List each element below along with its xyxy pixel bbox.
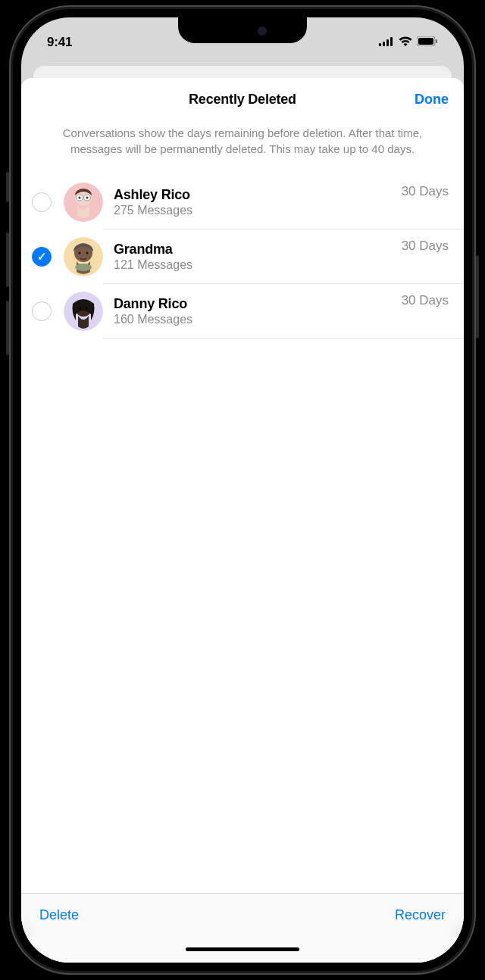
home-indicator-area [21,937,464,963]
memoji-icon [64,183,103,222]
conversation-list: Ashley Rico 275 Messages 30 Days ✓ Grand… [21,175,464,893]
page-title: Recently Deleted [189,92,296,108]
svg-point-20 [80,307,82,310]
info-text: Conversations show the days remaining be… [21,120,464,175]
contact-name: Ashley Rico [114,187,402,203]
days-remaining: 30 Days [402,292,449,308]
status-time: 9:41 [47,35,72,50]
cellular-icon [379,36,394,49]
row-text: Ashley Rico 275 Messages [114,187,402,217]
home-indicator[interactable] [186,947,299,951]
svg-rect-0 [379,43,381,46]
row-text: Danny Rico 160 Messages [114,296,402,326]
svg-rect-5 [418,38,433,45]
avatar [64,237,103,276]
done-button[interactable]: Done [415,92,449,108]
svg-rect-6 [436,39,437,43]
phone-frame: 9:41 Recently Deleted Done Conversations… [9,5,476,975]
notch [178,17,307,43]
sheet: Recently Deleted Done Conversations show… [21,78,464,963]
power-button [476,255,479,339]
status-icons [379,36,438,49]
list-item[interactable]: ✓ Grandma 121 Messages 30 Days [21,229,464,284]
silent-switch [6,172,9,202]
svg-point-16 [86,251,88,254]
select-circle[interactable]: ✓ [32,247,52,267]
memoji-icon [64,292,103,331]
recover-button[interactable]: Recover [395,907,446,923]
svg-rect-3 [390,37,393,46]
message-count: 160 Messages [114,313,402,326]
toolbar: Delete Recover [21,893,464,937]
contact-name: Grandma [114,242,402,257]
wifi-icon [399,36,412,49]
days-remaining: 30 Days [402,183,449,199]
front-camera [258,27,267,36]
message-count: 121 Messages [114,258,402,272]
svg-point-11 [79,197,81,199]
svg-rect-1 [383,42,385,46]
checkmark-icon: ✓ [37,250,47,264]
volume-down-button [6,301,9,355]
select-circle[interactable] [32,192,52,212]
svg-rect-2 [386,39,389,46]
svg-point-17 [75,264,92,271]
delete-button[interactable]: Delete [39,907,79,923]
list-item[interactable]: Danny Rico 160 Messages 30 Days [21,284,464,339]
svg-point-15 [78,251,80,254]
list-item[interactable]: Ashley Rico 275 Messages 30 Days [21,175,464,229]
avatar [64,292,103,331]
row-text: Grandma 121 Messages [114,242,402,272]
sheet-header: Recently Deleted Done [21,78,464,120]
svg-point-21 [86,307,88,310]
svg-point-12 [86,197,89,199]
contact-name: Danny Rico [114,296,402,312]
battery-icon [417,36,438,49]
select-circle[interactable] [32,301,52,321]
message-count: 275 Messages [114,204,402,217]
screen: 9:41 Recently Deleted Done Conversations… [21,17,464,963]
memoji-icon [64,237,103,276]
volume-up-button [6,233,9,287]
days-remaining: 30 Days [402,237,449,254]
avatar [64,183,103,222]
